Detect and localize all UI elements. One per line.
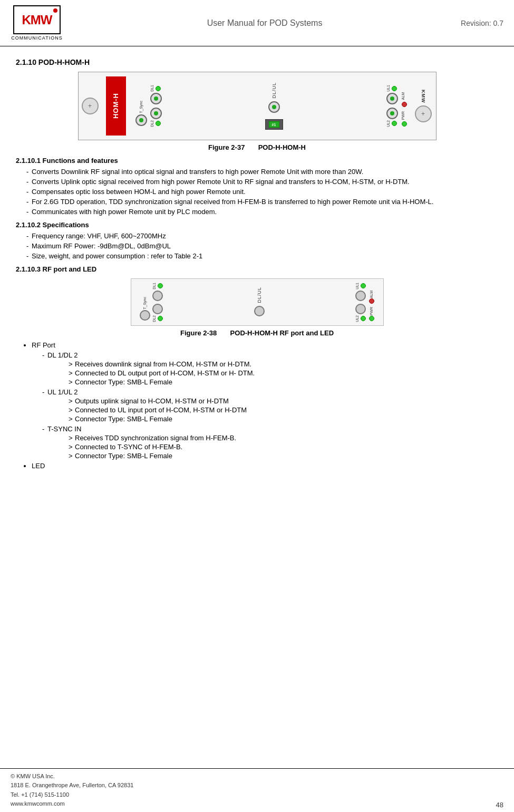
f38-dl1-circle (152, 291, 163, 301)
dl-sub-2: Connected to DL output port of H-COM, H-… (69, 369, 498, 377)
right-connectors: UL1 UL2 ALM (386, 85, 408, 127)
f38-alm-led (369, 298, 374, 304)
ul1-led (392, 86, 397, 91)
logo-comm: COMMUNICATIONS (11, 35, 62, 41)
alm-label: ALM (401, 92, 405, 100)
sub3-heading: 2.1.10.3 RF port and LED (16, 265, 498, 273)
footer-company: © KMW USA Inc. (11, 772, 133, 781)
alm-pwr-leds: ALM PWR (401, 92, 408, 127)
f38-ul2-label: UL2 (355, 315, 359, 322)
dl2-label: DL2 (150, 120, 154, 127)
f38-ul1-label: UL1 (355, 283, 359, 289)
tsync-sub-2: Connected to T-SYNC of H-FEM-B. (69, 443, 498, 451)
logo-box: K M W (13, 5, 61, 34)
tsync-label: T_Sync (139, 101, 143, 113)
middle-section: DL/UL #1 (167, 82, 381, 130)
block-connector: #1 (265, 119, 283, 130)
right-mount-circle (415, 105, 432, 122)
section-heading: 2.1.10 POD-H-HOM-H (16, 58, 498, 66)
dl-item: DL 1/DL 2 Receives downlink signal from … (42, 351, 498, 386)
page-footer: © KMW USA Inc. 1818 E. Orangethrope Ave,… (0, 768, 514, 812)
f38-left-connectors: T_Sync DL1 DL2 (140, 283, 163, 322)
f38-dl1-led (158, 283, 163, 288)
dl-sub-list: Receives downlink signal from H-COM, H-S… (47, 360, 498, 386)
ul-sub-1: Outputs uplink signal to H-COM, H-STM or… (69, 397, 498, 405)
dl1-label: DL1 (150, 85, 154, 92)
spec-2: Maximum RF Power: -9dBm@DL, 0dBm@UL (26, 242, 498, 250)
hom-bar-spacer: HOM-H (106, 76, 130, 136)
logo-k: K (22, 13, 31, 27)
rf-port-outer-list: RF Port DL 1/DL 2 Receives downlink sign… (16, 341, 498, 470)
dl-sub-1: Receives downlink signal from H-COM, H-S… (69, 360, 498, 368)
f38-alm-pwr: ALM PWR (368, 291, 375, 322)
kmw-right-label: KMW (421, 90, 426, 103)
page-header: K M W COMMUNICATIONS User Manual for POD… (0, 0, 514, 46)
feature-2: Converts Uplink optic signal received fr… (26, 178, 498, 186)
figure-37-diagram: HOM-H T_Sync DL1 (78, 72, 437, 140)
sub2-heading: 2.1.10.2 Specifications (16, 221, 498, 229)
f38-ul1-circle (355, 291, 366, 301)
f38-dl2-label: DL2 (152, 315, 156, 322)
feature-4: For 2.6G TDD operation, TDD synchronizat… (26, 198, 498, 206)
dl1-led (156, 86, 161, 91)
dl-sub-3: Connector Type: SMB-L Female (69, 378, 498, 386)
footer-tel: Tel. +1 (714) 515-1100 (11, 790, 133, 800)
figure-37-caption: Figure 2-37 POD-H-HOM-H (208, 143, 306, 151)
specs-list: Frequency range: VHF, UHF, 600~2700MHz M… (16, 232, 498, 260)
ul-sub-list: Outputs uplink signal to H-COM, H-STM or… (47, 397, 498, 423)
feature-1: Converts Downlink RF signal into optical… (26, 168, 498, 176)
ul2-led (392, 121, 397, 126)
f38-dlul-circle (254, 306, 265, 316)
f38-middle: DL/UL (167, 287, 352, 318)
f38-pwr-label: PWR (370, 307, 373, 315)
led-item: LED (32, 462, 498, 470)
logo-w: W (41, 13, 52, 27)
dl2-circle (150, 108, 162, 119)
dlul-circle (268, 101, 280, 113)
f38-ul2-circle (355, 304, 366, 314)
f38-tsync-label: T_Sync (143, 297, 147, 310)
figure-38-container: T_Sync DL1 DL2 (16, 278, 498, 337)
f38-right-connectors: UL1 UL2 ALM (355, 283, 375, 322)
f38-dl: DL1 DL2 (152, 283, 163, 322)
block-inner: #1 (269, 121, 279, 128)
features-list: Converts Downlink RF signal into optical… (16, 168, 498, 216)
figure-37-container: HOM-H T_Sync DL1 (16, 72, 498, 151)
tsync-sub-list: Receives TDD synchronization signal from… (47, 434, 498, 460)
feature-3: Compensates optic loss between HOM-L and… (26, 188, 498, 196)
f38-tsync: T_Sync (140, 297, 150, 322)
left-connectors: T_Sync DL1 DL2 (135, 85, 162, 127)
footer-left: © KMW USA Inc. 1818 E. Orangethrope Ave,… (11, 772, 133, 809)
tsync-sub-1: Receives TDD synchronization signal from… (69, 434, 498, 442)
tsync-connector: T_Sync (135, 101, 147, 127)
ul-connectors: UL1 UL2 (386, 85, 398, 127)
f38-tsync-circle (140, 310, 150, 321)
ul1-circle (386, 93, 398, 104)
f38-dl2-led (158, 316, 163, 321)
ul-item: UL 1/UL 2 Outputs uplink signal to H-COM… (42, 388, 498, 423)
ul1-label: UL1 (386, 85, 390, 92)
spec-3: Size, weight, and power consumption : re… (26, 252, 498, 260)
tsync-circle (135, 114, 147, 126)
header-title: User Manual for POD Systems (69, 18, 461, 28)
f38-ul1-led (361, 283, 366, 288)
f38-dl2-circle (152, 304, 163, 314)
hom-bar: HOM-H (106, 76, 126, 136)
rf-port-sub-list: DL 1/DL 2 Receives downlink signal from … (32, 351, 498, 460)
dl-connectors: DL1 DL2 (150, 85, 162, 127)
f38-ul: UL1 UL2 (355, 283, 366, 322)
logo-dot (53, 8, 57, 13)
figure-38-diagram: T_Sync DL1 DL2 (131, 278, 384, 326)
logo-area: K M W COMMUNICATIONS (5, 5, 69, 41)
f38-dl1-label: DL1 (152, 283, 156, 289)
f38-dlul-label: DL/UL (257, 287, 262, 303)
dl2-led (156, 121, 161, 126)
sub1-heading: 2.1.10.1 Functions and features (16, 157, 498, 165)
feature-5: Communicates with high power Remote unit… (26, 208, 498, 216)
header-revision: Revision: 0.7 (461, 19, 503, 27)
footer-page: 48 (496, 801, 503, 809)
pwr-label: PWR (401, 111, 405, 120)
hom-bar-label: HOM-H (112, 93, 120, 119)
ul-sub-2: Connected to UL input port of H-COM, H-S… (69, 406, 498, 414)
page-content: 2.1.10 POD-H-HOM-H HOM-H T_Sync (0, 46, 514, 482)
